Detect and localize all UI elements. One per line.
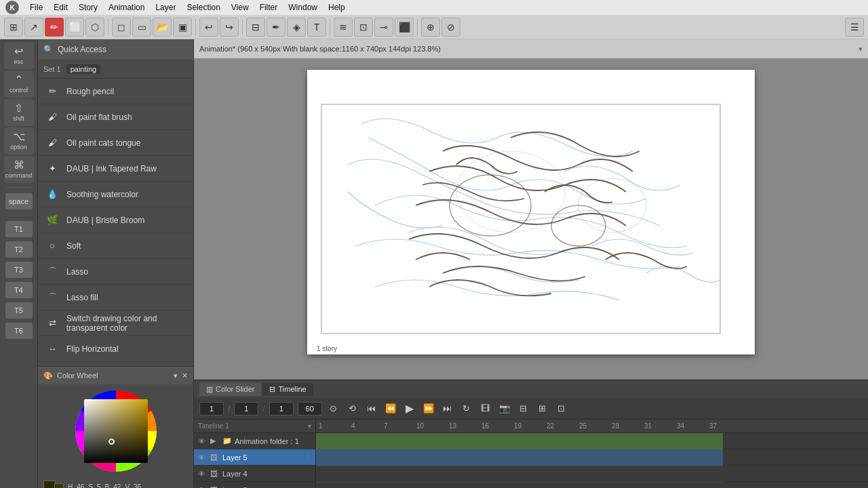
- tl-step-fwd-btn[interactable]: ⏭: [440, 401, 455, 416]
- menu-file[interactable]: File: [30, 3, 43, 12]
- t3-key[interactable]: T3: [5, 262, 33, 278]
- menu-view[interactable]: View: [231, 3, 249, 12]
- redo-btn[interactable]: ↪: [220, 18, 239, 37]
- tl-fps-b[interactable]: [269, 402, 294, 415]
- tab-timeline[interactable]: ⊟ Timeline: [262, 383, 313, 396]
- menu-layer[interactable]: Layer: [155, 3, 176, 12]
- layer-row-anim-folder[interactable]: 👁 ▶ 📁 Animation folder : 1: [194, 433, 315, 449]
- mirror-btn[interactable]: ⊸: [374, 18, 393, 37]
- menu-filter[interactable]: Filter: [260, 3, 278, 12]
- timeline-name-input[interactable]: [199, 402, 224, 415]
- command-btn[interactable]: ⌘ command: [4, 156, 34, 183]
- layer-row-5[interactable]: 👁 🖼 Layer 5 ⋮: [194, 449, 315, 466]
- rect-btn[interactable]: ▭: [132, 18, 151, 37]
- brush-item-oil-cats-tongue[interactable]: 🖌Oil paint cats tongue: [38, 130, 193, 156]
- brush-item-soft-brush[interactable]: ○Soft: [38, 233, 193, 259]
- gradient-btn[interactable]: ≋: [334, 18, 353, 37]
- tl-play-btn[interactable]: ▶: [402, 401, 417, 416]
- brush-item-daub-bristle-broom[interactable]: 🌿DAUB | Bristle Broom: [38, 207, 193, 233]
- settings-btn[interactable]: ☰: [845, 18, 864, 37]
- pen-btn[interactable]: ✒: [267, 18, 285, 37]
- color-gradient-square[interactable]: [84, 399, 148, 463]
- select-rect-btn[interactable]: ⬜: [65, 18, 84, 37]
- extra2-btn[interactable]: ⊘: [441, 18, 460, 37]
- t6-key[interactable]: T6: [5, 323, 33, 339]
- brush-item-lasso[interactable]: ⌒Lasso: [38, 259, 193, 285]
- layer5-frames[interactable]: [316, 449, 723, 466]
- layer3-frames[interactable]: [316, 482, 723, 488]
- t2-key[interactable]: T2: [5, 241, 33, 258]
- color-panel-close[interactable]: ✕: [182, 371, 188, 380]
- eye-icon-1[interactable]: 👁: [198, 453, 208, 462]
- menu-edit[interactable]: Edit: [54, 3, 68, 12]
- tl-fps-c[interactable]: [298, 402, 322, 415]
- t4-key[interactable]: T4: [5, 282, 33, 298]
- move-tool-btn[interactable]: ↗: [24, 18, 43, 37]
- eye-icon-3[interactable]: 👁: [198, 486, 208, 489]
- space-key[interactable]: space: [5, 193, 33, 209]
- tl-loop-btn[interactable]: ⟲: [345, 401, 360, 416]
- canvas-header-dropdown[interactable]: ▾: [859, 45, 863, 54]
- undo-btn[interactable]: ↩: [199, 18, 218, 37]
- menu-story[interactable]: Story: [79, 3, 98, 12]
- color-swatch-secondary[interactable]: [54, 483, 64, 488]
- shift-btn[interactable]: ⇧ shift: [4, 99, 34, 126]
- extra1-btn[interactable]: ⊕: [421, 18, 440, 37]
- menu-window[interactable]: Window: [288, 3, 317, 12]
- option-btn[interactable]: ⌥ option: [4, 127, 34, 155]
- menu-help[interactable]: Help: [328, 3, 345, 12]
- color-wheel-area[interactable]: [38, 384, 193, 478]
- brush-item-flip-horizontal[interactable]: ↔Flip Horizontal: [38, 336, 193, 362]
- brush-item-soothing-watercolor[interactable]: 💧Soothing watercolor: [38, 182, 193, 207]
- tl-next-btn[interactable]: ⏩: [421, 401, 436, 416]
- brush-item-switch-color[interactable]: ⇄Switch drawing color and transparent co…: [38, 310, 193, 336]
- frames-area[interactable]: 1 4 7 10 13 16 19 22 25 28 31 34 37: [316, 420, 868, 488]
- shapes-btn[interactable]: ◈: [287, 18, 306, 37]
- layer-opts-1[interactable]: ⋮: [304, 453, 311, 461]
- transform-btn[interactable]: ⊟: [246, 18, 265, 37]
- color-panel-options[interactable]: ▾: [174, 371, 178, 380]
- color-picker-dot[interactable]: [108, 439, 115, 445]
- t1-key[interactable]: T1: [5, 221, 33, 237]
- symmetry-btn[interactable]: ⬛: [395, 18, 414, 37]
- text-btn[interactable]: T: [307, 18, 326, 37]
- tl-extra3-btn[interactable]: ⊡: [554, 401, 569, 416]
- bucket-btn[interactable]: ⬡: [85, 18, 104, 37]
- tl-extra2-btn[interactable]: ⊞: [535, 401, 550, 416]
- tl-fps-a[interactable]: [234, 402, 258, 415]
- brush-item-lasso-fill[interactable]: ⌒Lasso fill: [38, 285, 193, 310]
- tab-color-slider[interactable]: ▥ Color Slider: [199, 383, 261, 396]
- canvas-wrapper[interactable]: 1 story: [194, 58, 868, 380]
- tl-prev-btn[interactable]: ⏪: [383, 401, 398, 416]
- t5-key[interactable]: T5: [5, 302, 33, 319]
- tl-filmstrip-btn[interactable]: 🎞: [478, 401, 493, 416]
- mask-btn[interactable]: ▣: [173, 18, 192, 37]
- brush-item-rough-pencil[interactable]: ✏Rough pencil: [38, 79, 193, 104]
- canvas-drawing[interactable]: 1 story: [307, 70, 755, 354]
- v-label: V: [125, 483, 130, 489]
- filter-btn[interactable]: ⊡: [354, 18, 373, 37]
- layer-row-4[interactable]: 👁 🖼 Layer 4: [194, 466, 315, 482]
- brush-item-daub-ink-tapered[interactable]: ✦DAUB | Ink Tapered Raw: [38, 156, 193, 182]
- control-btn[interactable]: ⌃ control: [4, 70, 34, 98]
- eraser-btn[interactable]: ◻: [112, 18, 131, 37]
- folder-new-btn[interactable]: 📂: [153, 18, 172, 37]
- brush-tool-btn[interactable]: ✏: [45, 18, 64, 37]
- color-wheel-wrap[interactable]: [72, 387, 160, 475]
- menu-selection[interactable]: Selection: [186, 3, 220, 12]
- tl-step-back-btn[interactable]: ⏮: [364, 401, 379, 416]
- brush-item-oil-paint-flat[interactable]: 🖌Oil paint flat brush: [38, 104, 193, 130]
- tl-cam-btn[interactable]: 📷: [497, 401, 512, 416]
- eye-icon-2[interactable]: 👁: [198, 470, 208, 478]
- canvas-tool-btn[interactable]: ⊞: [4, 18, 23, 37]
- layer4-frames[interactable]: [316, 466, 723, 482]
- tl-extra1-btn[interactable]: ⊟: [516, 401, 531, 416]
- menu-animation[interactable]: Animation: [108, 3, 144, 12]
- layer-row-3[interactable]: 👁 🖼 Layer 3: [194, 482, 315, 488]
- tl-record-btn[interactable]: ⊙: [326, 401, 341, 416]
- tl-refresh-btn[interactable]: ↻: [459, 401, 474, 416]
- eye-icon-0[interactable]: 👁: [198, 437, 208, 445]
- tl-scroll-btn[interactable]: ▾: [308, 422, 311, 430]
- anim-folder-frames[interactable]: [316, 433, 723, 449]
- esc-btn[interactable]: ↩ esc: [4, 42, 34, 69]
